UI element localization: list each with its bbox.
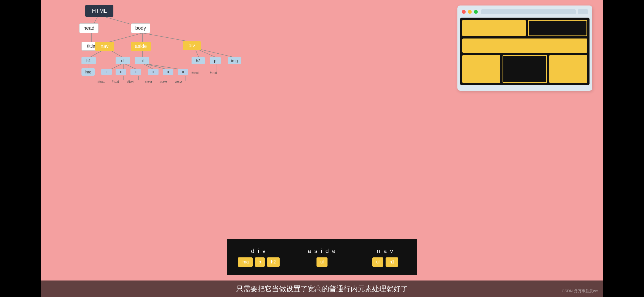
node-li3: li (130, 69, 141, 75)
browser-address-bar[interactable] (481, 9, 576, 14)
right-black-bar (603, 0, 644, 297)
browser-box-3-2 (503, 55, 547, 83)
browser-row-1 (462, 20, 587, 36)
node-li6: li (178, 69, 188, 75)
node-text1: #text (97, 80, 105, 84)
browser-dot-green[interactable] (474, 10, 478, 14)
bottom-card-div-items: img p h2 (238, 257, 280, 267)
bottom-card-aside: a s i d e ul (290, 239, 354, 275)
left-black-bar (0, 0, 41, 297)
node-img-nav: img (81, 68, 95, 76)
node-body: body (131, 23, 150, 33)
node-html: HTML (85, 5, 113, 17)
node-text-p: #text (210, 71, 217, 75)
bottom-card-aside-title: a s i d e (308, 248, 336, 255)
node-head: head (79, 23, 99, 33)
subtitle-bar: 只需要把它当做设置了宽高的普通行内元素处理就好了 (41, 280, 603, 297)
node-p: p (210, 57, 221, 64)
browser-row-3 (462, 55, 587, 83)
bottom-card-nav: n a v ul h1 (354, 239, 417, 275)
node-li4: li (148, 69, 159, 75)
bottom-tag-ul-nav: ul (372, 257, 383, 267)
node-ul-nav: ul (116, 57, 130, 64)
browser-box-3-3 (549, 55, 587, 83)
bottom-tag-h1: h1 (386, 257, 398, 267)
node-text4: #text (145, 80, 152, 84)
browser-mockup (457, 6, 592, 91)
node-h2: h2 (192, 57, 205, 64)
svg-line-3 (107, 33, 143, 43)
node-aside: aside (131, 42, 151, 51)
bottom-card-div-title: d i v (251, 248, 266, 255)
browser-box-3-1 (462, 55, 500, 83)
bottom-tag-img: img (238, 257, 253, 267)
bottom-card-div: d i v img p h2 (227, 239, 290, 275)
node-img-div: img (228, 57, 241, 64)
browser-button[interactable] (578, 9, 588, 14)
browser-dot-red[interactable] (462, 10, 466, 14)
browser-titlebar (460, 8, 590, 15)
bottom-card-aside-items: ul (316, 257, 328, 267)
main-content: HTML head body tittle nav aside div h1 (41, 0, 603, 297)
svg-line-24 (195, 48, 236, 58)
bottom-tag-ul-aside: ul (316, 257, 328, 267)
tree-lines (41, 0, 272, 94)
node-text2: #text (112, 80, 119, 84)
bottom-section: d i v img p h2 a s i d e ul n a v ul h1 (227, 239, 417, 275)
bottom-card-nav-title: n a v (377, 248, 394, 255)
browser-box-1-1 (462, 20, 526, 36)
node-text-h2: #text (192, 71, 199, 75)
browser-box-2 (462, 38, 587, 53)
node-li5: li (163, 69, 173, 75)
watermark: CSDN @万事胜意wc (562, 289, 598, 294)
node-text6: #text (175, 80, 182, 84)
browser-body (460, 18, 590, 85)
node-nav: nav (95, 42, 114, 51)
bottom-tag-p: p (255, 257, 265, 267)
bottom-card-nav-items: ul h1 (372, 257, 398, 267)
node-text5: #text (160, 80, 167, 84)
node-ul-aside: ul (135, 57, 149, 64)
browser-row-2 (462, 38, 587, 53)
browser-box-1-2 (528, 20, 587, 36)
node-li2: li (116, 69, 126, 75)
node-text3: #text (127, 80, 134, 84)
node-h1: h1 (81, 57, 96, 64)
browser-dot-yellow[interactable] (468, 10, 472, 14)
bottom-tag-h2: h2 (267, 257, 280, 267)
subtitle-text: 只需要把它当做设置了宽高的普通行内元素处理就好了 (236, 284, 408, 294)
node-div: div (183, 41, 201, 50)
tree-diagram: HTML head body tittle nav aside div h1 (41, 0, 272, 94)
node-li1: li (101, 69, 112, 75)
